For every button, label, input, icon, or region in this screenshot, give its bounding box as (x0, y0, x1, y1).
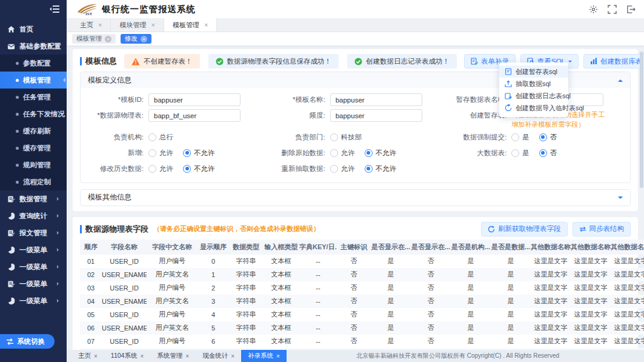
sidebar-item-1[interactable]: 基础参数配置 (0, 38, 67, 55)
sidebar-item-2[interactable]: 参数配置 (0, 55, 67, 72)
sidebar-item-14[interactable]: 一级菜单 (0, 258, 67, 275)
sidebar-item-13[interactable]: 一级菜单 (0, 241, 67, 258)
field-input[interactable] (330, 109, 422, 122)
column-header[interactable]: 输入框类型 (263, 240, 299, 255)
radio-option[interactable]: 允许 (330, 163, 355, 173)
sidebar-item-8[interactable]: 规则管理 (0, 156, 67, 173)
refresh-fields-button[interactable]: 刷新获取物理表字段 (481, 222, 568, 236)
logout-icon[interactable] (626, 5, 636, 14)
close-icon[interactable]: × (204, 21, 208, 28)
radio-option[interactable]: 总行 (148, 131, 173, 142)
close-icon[interactable]: × (94, 353, 98, 360)
breadcrumb-chip-1[interactable]: 修改× (121, 34, 151, 44)
column-header[interactable]: 主键标识 (337, 240, 371, 255)
table-cell: 用户编号 (147, 308, 198, 321)
column-header[interactable]: 其他数据名称 (571, 240, 611, 255)
column-header[interactable]: 其他数据名称 (611, 240, 644, 255)
column-header[interactable]: 其他数据名称 (531, 240, 571, 255)
sync-structure-button[interactable]: 同步表结构 (573, 222, 631, 236)
bottom-tab-0[interactable]: 主页× (71, 350, 104, 362)
bottom-tab-2[interactable]: 系统管理× (150, 350, 196, 362)
close-icon[interactable]: × (276, 353, 280, 360)
sidebar-item-6[interactable]: 缓存刷新 (0, 122, 67, 139)
sidebar-item-12[interactable]: 报文管理 (0, 224, 67, 241)
radio-option[interactable]: 科技部 (330, 131, 362, 142)
collapse-menu-icon[interactable] (50, 5, 59, 13)
radio-option[interactable]: 否 (539, 147, 557, 158)
table-cell: 否 (337, 335, 371, 348)
radio-option[interactable]: 是 (511, 147, 529, 158)
sidebar-item-3[interactable]: 模板管理 (0, 72, 67, 89)
radio-option[interactable]: 不允许 (365, 163, 397, 173)
table-row[interactable]: 02USER_ENAME用户英文名1字符串文本框--否是否是是这里是文字这里是文… (80, 268, 644, 281)
fullscreen-icon[interactable] (608, 5, 617, 14)
sidebar-item-11[interactable]: 查询统计 (0, 207, 67, 224)
sidebar-item-5[interactable]: 任务下发情况 (0, 106, 67, 122)
close-icon[interactable]: × (231, 353, 234, 360)
collapse-down-icon[interactable] (618, 196, 623, 201)
sidebar-item-7[interactable]: 缓存管理 (0, 139, 67, 156)
sidebar-item-4[interactable]: 任务管理 (0, 89, 67, 106)
gear-icon[interactable] (589, 5, 598, 14)
table-row[interactable]: 03USER_ID用户编号2字符串文本框--否是否是是这里是文字这里是文字这里是… (80, 281, 644, 295)
close-circle-icon[interactable]: × (141, 36, 147, 42)
table-cell: 是 (371, 295, 411, 308)
breadcrumb-chip-0[interactable]: 模板管理× (72, 34, 116, 44)
column-header[interactable]: 字段名称 (102, 240, 147, 255)
system-switch-button[interactable]: 系统切换 (0, 334, 55, 349)
radio-option[interactable]: 允许 (330, 147, 355, 158)
table-row[interactable]: 07USER_ID用户编号6字符串文本框--否是否是是这里是文字这里是文字这里是… (80, 335, 644, 348)
column-header[interactable]: 是否显示在... (411, 240, 451, 255)
table-cell: 文本框 (263, 255, 299, 268)
column-header[interactable]: 显示顺序 (198, 240, 229, 255)
radio-dot-icon (365, 165, 373, 173)
close-icon[interactable]: × (98, 21, 102, 28)
sidebar-item-10[interactable]: 数据管理 (0, 190, 67, 207)
sql-menu-item-2[interactable]: 创建数据日志表sql (499, 90, 568, 102)
sql-menu-item-1[interactable]: 抽取数据sql (499, 78, 568, 90)
radio-option[interactable]: 不允许 (183, 163, 215, 173)
column-header[interactable]: 字典KEY/日... (299, 240, 337, 255)
table-row[interactable]: 01USER_ID用户编号0字符串文本框--否是否是是这里是文字这里是文字这里是… (80, 255, 644, 268)
tab-2[interactable]: 模板管理× (164, 18, 217, 32)
bottom-tab-1[interactable]: 1104系统× (104, 350, 150, 362)
sql-menu-item-0[interactable]: 创建暂存表sql (499, 65, 568, 78)
radio-option[interactable]: 不允许 (183, 147, 215, 158)
table-row[interactable]: 04USER_ENAME用户英文名3字符串文本框--否是否是是这里是文字这里是文… (80, 295, 644, 308)
tab-1[interactable]: 模块管理× (111, 18, 164, 32)
tab-0[interactable]: 主页× (71, 18, 111, 32)
bottom-tab-3[interactable]: 现金统计× (196, 350, 241, 362)
table-cell: 这里是文字 (611, 321, 644, 335)
radio-option[interactable]: 不允许 (365, 147, 397, 158)
create-db-table-button[interactable]: 创建数据库表 (583, 54, 644, 69)
column-header[interactable]: 是否显示在... (371, 240, 411, 255)
column-header[interactable]: 是否是数据... (491, 240, 531, 255)
sidebar-item-9[interactable]: 流程定制 (0, 173, 67, 190)
sidebar-item-0[interactable]: 首页 (0, 21, 67, 38)
radio-option[interactable]: 是 (511, 131, 529, 142)
close-circle-icon[interactable]: × (105, 36, 111, 42)
column-header[interactable]: 是否是机构... (451, 240, 491, 255)
column-header[interactable]: 字段中文名称 (147, 240, 198, 255)
table-cell: 字符串 (229, 268, 263, 281)
table-row[interactable]: 05USER_ID用户编号4字符串文本框--否是否是是这里是文字这里是文字这里是… (80, 308, 644, 321)
field-input[interactable] (330, 93, 422, 106)
close-icon[interactable]: × (151, 21, 154, 28)
column-header[interactable]: 顺序 (80, 240, 102, 255)
table-row[interactable]: 06USER_ENAME用户英文名5字符串文本框--否是否是是这里是文字这里是文… (80, 321, 644, 335)
radio-option[interactable]: 否 (539, 131, 557, 142)
close-icon[interactable]: × (185, 353, 189, 360)
radio-option[interactable]: 允许 (148, 147, 173, 158)
sidebar-item-15[interactable]: 一级菜单 (0, 275, 67, 292)
vertical-scrollbar[interactable] (640, 52, 643, 188)
radio-option[interactable]: 允许 (148, 163, 173, 173)
collapse-up-icon[interactable] (618, 77, 623, 82)
field-input[interactable] (148, 109, 241, 122)
sidebar-item-16[interactable]: 一级菜单 (0, 292, 67, 309)
close-icon[interactable]: × (140, 353, 144, 360)
bottom-tab-4[interactable]: 补录系统× (241, 350, 287, 362)
sql-menu-item-3[interactable]: 创建数据导入临时表sql (499, 102, 568, 114)
field-input[interactable] (148, 93, 241, 106)
template-other-header[interactable]: 模板其他信息 (81, 190, 630, 206)
column-header[interactable]: 数据类型 (229, 240, 263, 255)
